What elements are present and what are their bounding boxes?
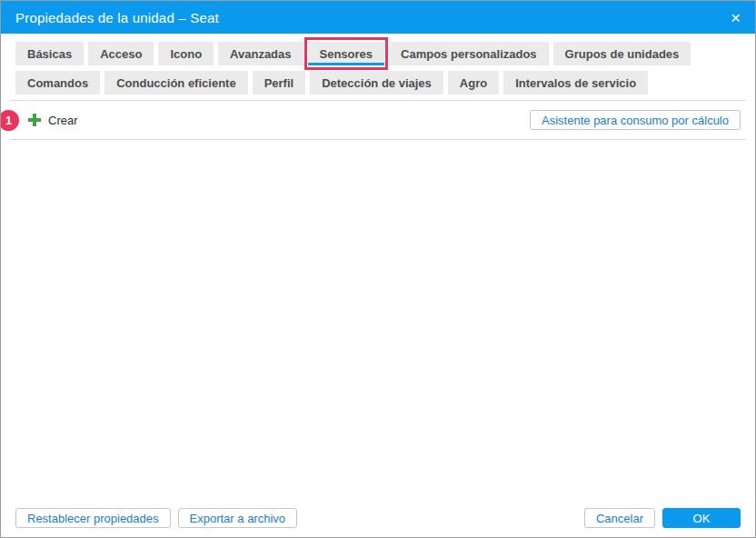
sensors-toolbar: Crear Asistente para consumo por cálculo [10,100,746,140]
dialog-title: Propiedades de la unidad – Seat [15,10,729,25]
dialog-header: Propiedades de la unidad – Seat × [1,1,755,34]
reset-properties-button[interactable]: Restablecer propiedades [15,508,171,528]
tab-basicas[interactable]: Básicas [15,42,84,65]
tab-perfil[interactable]: Perfil [253,71,306,95]
tab-row-1: Básicas Acceso Icono Avanzadas Sensores … [15,42,741,65]
tab-conduccion-eficiente[interactable]: Conducción eficiente [104,71,247,95]
create-sensor-button[interactable]: Crear [28,114,78,127]
unit-properties-dialog: Propiedades de la unidad – Seat × Básica… [0,0,756,538]
tab-row-2: Comandos Conducción eficiente Perfil Det… [15,71,741,95]
ok-button[interactable]: OK [662,508,741,528]
cancel-button[interactable]: Cancelar [584,508,655,528]
plus-icon [28,114,41,126]
close-icon[interactable]: × [729,7,742,28]
tab-campos-personalizados[interactable]: Campos personalizados [389,42,549,65]
tab-bar: Básicas Acceso Icono Avanzadas Sensores … [1,34,755,95]
tab-avanzadas[interactable]: Avanzadas [218,42,303,65]
create-label: Crear [48,114,78,127]
tab-sensores[interactable]: Sensores [308,42,385,65]
footer-left-buttons: Restablecer propiedades Exportar a archi… [15,508,297,528]
tab-agro[interactable]: Agro [448,71,499,95]
tab-deteccion-de-viajes[interactable]: Detección de viajes [310,71,443,95]
fuel-consumption-wizard-button[interactable]: Asistente para consumo por cálculo [530,110,741,130]
tab-icono[interactable]: Icono [158,42,214,65]
dialog-footer: Restablecer propiedades Exportar a archi… [15,508,741,528]
export-to-file-button[interactable]: Exportar a archivo [178,508,298,528]
tab-comandos[interactable]: Comandos [15,71,100,95]
sensors-list-empty-area [1,140,755,500]
tab-intervalos-de-servicio[interactable]: Intervalos de servicio [503,71,648,95]
footer-right-buttons: Cancelar OK [584,508,741,528]
tab-grupos-de-unidades[interactable]: Grupos de unidades [553,42,691,65]
tab-acceso[interactable]: Acceso [88,42,154,65]
